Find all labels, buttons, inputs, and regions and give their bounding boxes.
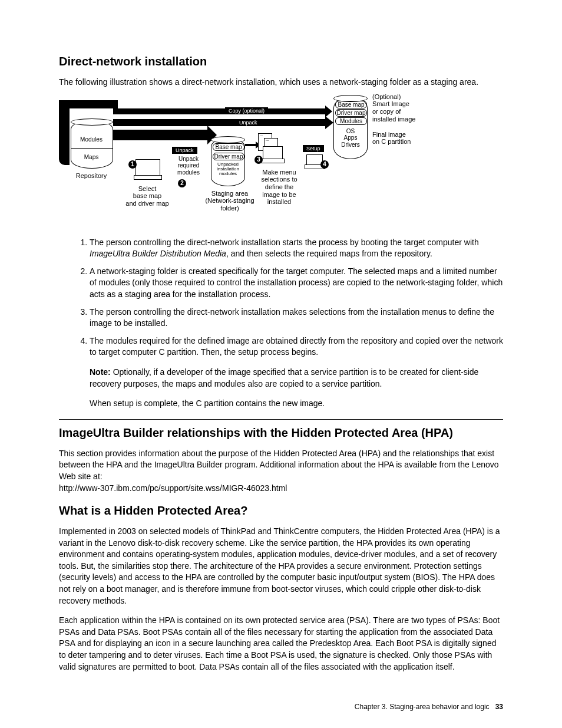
step-2: A network-staging folder is created spec… bbox=[90, 266, 503, 301]
repository-caption: Repository bbox=[71, 172, 112, 180]
step-3: The person controlling the direct-networ… bbox=[90, 307, 503, 330]
staging-caption: Staging area (Network-staging folder) bbox=[200, 190, 259, 212]
step3-number: 3 bbox=[254, 156, 263, 164]
optional-caption: (Optional) Smart Image or copy of instal… bbox=[372, 93, 419, 123]
direct-network-diagram: Modules Maps Repository 1 Select base ma… bbox=[59, 97, 409, 226]
section1-heading: Direct-network installation bbox=[59, 53, 503, 70]
section3-para2: Each application within the HPA is conta… bbox=[59, 615, 503, 673]
repository-cylinder: Modules Maps bbox=[71, 120, 113, 169]
section2-url: http://www-307.ibm.com/pc/support/site.w… bbox=[59, 483, 287, 493]
final-caption: Final image on C partition bbox=[372, 131, 419, 146]
staging-driver: Driver map bbox=[213, 153, 244, 161]
diagram-container: Modules Maps Repository 1 Select base ma… bbox=[59, 97, 503, 226]
setup-box: Setup bbox=[303, 145, 324, 152]
target-driver: Driver map bbox=[335, 109, 367, 117]
footer-chapter: Chapter 3. Staging-area behavior and log… bbox=[355, 703, 490, 711]
section1-intro: The following illustration shows a direc… bbox=[59, 77, 503, 88]
step2-number: 2 bbox=[178, 179, 186, 187]
copy-optional-label: Copy (optional) bbox=[225, 107, 268, 114]
target-base: Base map bbox=[335, 101, 367, 109]
section3-heading: What is a Hidden Protected Area? bbox=[59, 502, 503, 519]
step1-laptop bbox=[135, 159, 160, 177]
note-paragraph: Note: Optionally, if a developer of the … bbox=[90, 367, 503, 390]
step3-caption: Make menu selections to define the image… bbox=[256, 169, 303, 206]
target-os: OS Apps Drivers bbox=[335, 128, 366, 149]
step1-caption: Select base map and driver map bbox=[118, 185, 177, 207]
section-divider-1 bbox=[59, 419, 503, 420]
repo-maps-label: Maps bbox=[74, 154, 109, 161]
repo-modules-label: Modules bbox=[74, 136, 109, 143]
unpack-box: Unpack bbox=[172, 147, 197, 154]
step2-sub: Unpack required modules bbox=[171, 156, 206, 176]
page-footer: Chapter 3. Staging-area behavior and log… bbox=[59, 702, 503, 712]
target-cylinder: Base map Driver map Modules OS Apps Driv… bbox=[333, 97, 368, 159]
steps-list: The person controlling the direct-networ… bbox=[73, 237, 503, 410]
section2-heading: ImageUltra Builder relationships with th… bbox=[59, 424, 503, 441]
step1-number: 1 bbox=[128, 160, 137, 169]
note-label: Note: bbox=[90, 367, 111, 377]
section2-para: This section provides information about … bbox=[59, 448, 503, 494]
staging-cylinder: Base map Driver map Unpacked installatio… bbox=[211, 138, 245, 186]
step-4: The modules required for the defined ima… bbox=[90, 335, 503, 410]
after-note: When setup is complete, the C partition … bbox=[90, 398, 503, 410]
step3-laptop bbox=[263, 146, 283, 160]
target-mods: Modules bbox=[335, 117, 367, 126]
footer-page-number: 33 bbox=[495, 703, 503, 711]
unpack-arrow-label: Unpack bbox=[236, 119, 261, 126]
step4-number: 4 bbox=[320, 160, 329, 169]
section3-para1: Implemented in 2003 on selected models o… bbox=[59, 526, 503, 607]
note-text: Optionally, if a developer of the image … bbox=[90, 367, 478, 388]
staging-base: Base map bbox=[213, 143, 244, 151]
step-1: The person controlling the direct-networ… bbox=[90, 237, 503, 260]
staging-mods: Unpacked installation modules bbox=[213, 162, 243, 176]
